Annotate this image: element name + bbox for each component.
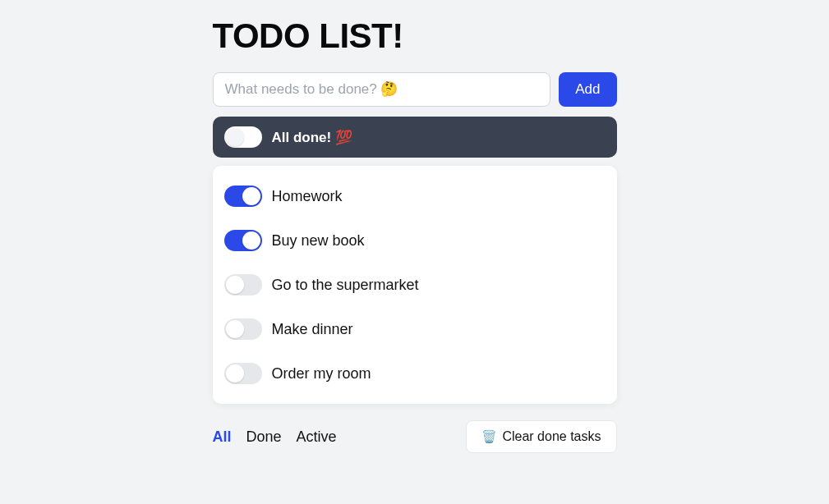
filter-active[interactable]: Active (297, 428, 337, 446)
all-done-toggle[interactable] (224, 126, 262, 148)
all-done-label: All done! 💯 (272, 129, 352, 146)
task-row: Homework (224, 174, 606, 218)
task-row: Go to the supermarket (224, 263, 606, 307)
page-title: TODO LIST! (213, 16, 617, 56)
clear-button-label: Clear done tasks (502, 429, 601, 444)
task-label: Homework (272, 188, 343, 205)
toggle-knob (226, 276, 244, 294)
add-button[interactable]: Add (559, 72, 616, 107)
task-row: Make dinner (224, 307, 606, 351)
task-row: Order my room (224, 351, 606, 396)
todo-app: TODO LIST! Add All done! 💯 Homework Buy … (213, 16, 617, 488)
task-label: Order my room (272, 365, 371, 383)
task-toggle[interactable] (224, 274, 262, 296)
toggle-knob (226, 364, 244, 383)
tasks-card: Homework Buy new book Go to the supermar… (213, 166, 617, 404)
filters: All Done Active (213, 428, 337, 446)
toggle-knob (242, 187, 260, 205)
clear-done-button[interactable]: 🗑️ Clear done tasks (466, 420, 616, 453)
filter-all[interactable]: All (213, 428, 232, 446)
trash-icon: 🗑️ (481, 429, 497, 444)
task-label: Go to the supermarket (272, 277, 419, 294)
task-toggle[interactable] (224, 318, 262, 340)
task-toggle[interactable] (224, 363, 262, 384)
task-label: Buy new book (272, 232, 365, 250)
task-row: Buy new book (224, 218, 606, 263)
filter-done[interactable]: Done (246, 428, 282, 446)
toggle-knob (242, 231, 260, 250)
task-toggle[interactable] (224, 186, 262, 207)
toggle-knob (226, 320, 244, 338)
input-row: Add (213, 72, 617, 107)
task-toggle[interactable] (224, 230, 262, 251)
footer: All Done Active 🗑️ Clear done tasks (213, 420, 617, 453)
all-done-bar: All done! 💯 (213, 117, 617, 158)
new-task-input[interactable] (213, 72, 551, 107)
toggle-knob (226, 128, 244, 146)
task-label: Make dinner (272, 321, 353, 338)
